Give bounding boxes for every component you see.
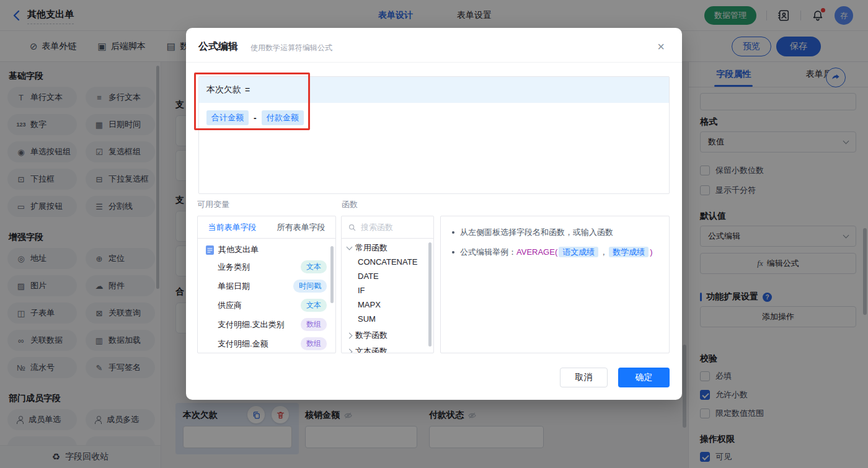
variable-row[interactable]: 业务类别文本: [198, 257, 335, 276]
variables-root-node[interactable]: 其他支出单: [198, 239, 335, 257]
search-icon: [348, 223, 356, 232]
bullet-icon: [452, 251, 454, 254]
variables-panel: 当前表单字段 所有表单字段 其他支出单 业务类别文本 单据日期时间戳 供应商文本…: [197, 216, 336, 353]
variables-section-label: 可用变量: [197, 199, 229, 210]
tab-current-form-fields[interactable]: 当前表单字段: [198, 216, 267, 238]
function-group-math[interactable]: 数学函数: [342, 326, 433, 342]
type-badge: 文本: [301, 260, 327, 273]
function-item[interactable]: CONCATENATE: [342, 255, 433, 269]
example-field-chip: 数学成绩: [609, 247, 649, 257]
chevron-right-icon: [347, 348, 353, 353]
example-close-paren: ): [650, 247, 652, 257]
variables-tabs: 当前表单字段 所有表单字段: [198, 216, 335, 239]
tab-all-form-fields[interactable]: 所有表单字段: [267, 216, 335, 238]
variable-row[interactable]: 单据日期时间戳: [198, 276, 335, 296]
chevron-right-icon: [347, 332, 353, 338]
type-badge: 文本: [301, 299, 327, 312]
function-item[interactable]: SUM: [342, 312, 433, 326]
variable-row[interactable]: 支付明细.支出类别数组: [198, 315, 335, 334]
modal-header-divider: [186, 62, 682, 63]
modal-title: 公式编辑: [198, 40, 238, 53]
function-search: [342, 216, 433, 239]
variables-scrollbar[interactable]: [330, 246, 334, 303]
type-badge: 数组: [301, 318, 327, 331]
cancel-button[interactable]: 取消: [560, 368, 608, 387]
functions-panel: 常用函数 CONCATENATE DATE IF MAPX SUM 数学函数 文…: [341, 216, 434, 353]
annotation-highlight-box: [194, 73, 310, 130]
hint-line-1: 从左侧面板选择字段名和函数，或输入函数: [452, 226, 658, 238]
document-icon: [206, 245, 214, 255]
modal-subtitle: 使用数学运算符编辑公式: [250, 43, 332, 53]
example-field-chip: 语文成绩: [559, 247, 598, 257]
function-item[interactable]: DATE: [342, 269, 433, 283]
hint-line-2: 公式编辑举例：AVERAGE(语文成绩，数学成绩): [452, 246, 658, 258]
chevron-down-icon: [347, 244, 353, 250]
bullet-icon: [452, 231, 454, 234]
search-function-input[interactable]: [361, 223, 423, 232]
functions-section-label: 函数: [342, 199, 358, 210]
variable-row[interactable]: 支付明细.金额数组: [198, 334, 335, 353]
confirm-button[interactable]: 确定: [618, 368, 670, 387]
hint-panel: 从左侧面板选择字段名和函数，或输入函数 公式编辑举例：AVERAGE(语文成绩，…: [440, 216, 670, 353]
function-group-common[interactable]: 常用函数: [342, 239, 433, 255]
close-icon[interactable]: ×: [652, 38, 670, 55]
type-badge: 时间戳: [293, 280, 327, 293]
function-group-text[interactable]: 文本函数: [342, 342, 433, 353]
functions-scrollbar[interactable]: [428, 242, 432, 347]
function-item[interactable]: IF: [342, 283, 433, 298]
function-item[interactable]: MAPX: [342, 298, 433, 312]
app-window: 其他支出单 表单设计 表单设置 数据管理 存 ⊘ 表单外链 ▣ 后: [0, 0, 868, 468]
example-function-name: AVERAGE(: [516, 247, 557, 257]
variable-row[interactable]: 供应商文本: [198, 296, 335, 315]
type-badge: 数组: [301, 337, 327, 350]
